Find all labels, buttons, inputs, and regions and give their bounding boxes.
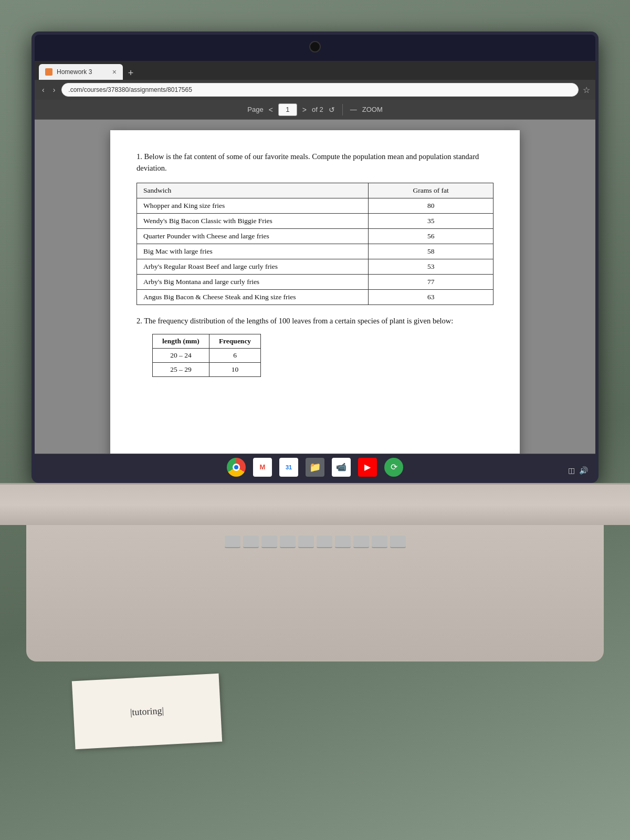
fat-grams: 77 xyxy=(369,274,494,289)
fat-table-row: Quarter Pounder with Cheese and large fr… xyxy=(137,228,494,244)
sandwich-name: Big Mac with large fries xyxy=(137,244,369,259)
fat-table-row: Wendy's Big Bacon Classic with Biggie Fr… xyxy=(137,213,494,228)
page-number-value: 1 xyxy=(286,106,289,113)
question-1-number: 1. xyxy=(136,152,142,161)
forward-button[interactable]: › xyxy=(51,85,58,95)
pdf-toolbar: Page < 1 > of 2 ↺ — ZOOM xyxy=(35,100,595,120)
frequency-value: 6 xyxy=(209,349,260,363)
sandwich-name: Whopper and King size fries xyxy=(137,198,369,213)
address-text: .com/courses/378380/assignments/8017565 xyxy=(68,86,192,93)
frequency-value: 10 xyxy=(209,363,260,377)
taskbar-youtube-icon[interactable]: ▶ xyxy=(358,458,377,477)
fat-table-row: Angus Big Bacon & Cheese Steak and King … xyxy=(137,289,494,304)
question-2-number: 2. xyxy=(136,317,142,325)
volume-icon: 🔊 xyxy=(579,466,588,475)
battery-icon: ◫ xyxy=(568,466,575,475)
sandwich-name: Angus Big Bacon & Cheese Steak and King … xyxy=(137,289,369,304)
fat-table-row: Arby's Regular Roast Beef and large curl… xyxy=(137,259,494,274)
refresh-button[interactable]: ↺ xyxy=(329,106,335,114)
freq-table-row: 25 – 29 10 xyxy=(153,363,261,377)
pdf-page: 1. Below is the fat content of some of o… xyxy=(110,130,520,454)
pdf-content: 1. Below is the fat content of some of o… xyxy=(35,120,595,454)
fat-table-col1-header: Sandwich xyxy=(137,183,369,198)
new-tab-button[interactable]: + xyxy=(123,66,139,80)
freq-table-col1-header: length (mm) xyxy=(153,334,209,349)
fat-grams: 56 xyxy=(369,228,494,244)
taskbar-meet-icon[interactable]: 📹 xyxy=(332,458,351,477)
page-next-button[interactable]: > xyxy=(302,106,307,114)
taskbar-chrome-icon[interactable] xyxy=(227,458,246,477)
tab-bar: Homework 3 × + xyxy=(35,61,595,80)
fat-table-row: Whopper and King size fries 80 xyxy=(137,198,494,213)
taskbar-green-icon[interactable]: ⟳ xyxy=(384,458,403,477)
page-number-input[interactable]: 1 xyxy=(278,103,297,116)
zoom-minus[interactable]: — xyxy=(350,106,357,113)
browser-chrome: Homework 3 × + ‹ › .com/courses/378380/a… xyxy=(35,61,595,120)
address-bar-row: ‹ › .com/courses/378380/assignments/8017… xyxy=(35,80,595,100)
question-2-body: The frequency distribution of the length… xyxy=(144,317,453,325)
question-2: 2. The frequency distribution of the len… xyxy=(136,316,494,377)
notepad: |tutoring| xyxy=(72,674,222,749)
notepad-text: |tutoring| xyxy=(130,705,164,718)
active-tab[interactable]: Homework 3 × xyxy=(39,64,123,80)
question-1-body: Below is the fat content of some of our … xyxy=(136,152,479,172)
fat-grams: 63 xyxy=(369,289,494,304)
freq-table-col2-header: Frequency xyxy=(209,334,260,349)
taskbar-files-icon[interactable]: 📁 xyxy=(306,458,324,477)
fat-grams: 80 xyxy=(369,198,494,213)
taskbar-gmail-icon[interactable]: M xyxy=(253,458,272,477)
back-button[interactable]: ‹ xyxy=(40,85,47,95)
taskbar: M 31 📁 📹 ▶ ⟳ ◫ 🔊 xyxy=(35,454,595,480)
page-label: Page xyxy=(247,106,263,113)
zoom-label: ZOOM xyxy=(362,106,383,113)
fat-table-row: Big Mac with large fries 58 xyxy=(137,244,494,259)
fat-grams: 58 xyxy=(369,244,494,259)
length-range: 25 – 29 xyxy=(153,363,209,377)
question-2-text: 2. The frequency distribution of the len… xyxy=(136,316,494,327)
sandwich-name: Arby's Big Montana and large curly fries xyxy=(137,274,369,289)
fat-table-col2-header: Grams of fat xyxy=(369,183,494,198)
keyboard-area xyxy=(26,525,604,662)
sandwich-name: Quarter Pounder with Cheese and large fr… xyxy=(137,228,369,244)
length-range: 20 – 24 xyxy=(153,349,209,363)
toolbar-separator xyxy=(342,104,343,116)
address-bar[interactable]: .com/courses/378380/assignments/8017565 xyxy=(61,83,579,97)
webcam xyxy=(309,41,321,52)
page-prev-button[interactable]: < xyxy=(269,106,273,114)
question-1-text: 1. Below is the fat content of some of o… xyxy=(136,151,494,174)
freq-table-row: 20 – 24 6 xyxy=(153,349,261,363)
sandwich-name: Arby's Regular Roast Beef and large curl… xyxy=(137,259,369,274)
bookmark-button[interactable]: ☆ xyxy=(583,85,590,95)
tab-close-button[interactable]: × xyxy=(112,68,117,76)
fat-table-row: Arby's Big Montana and large curly fries… xyxy=(137,274,494,289)
taskbar-calendar-icon[interactable]: 31 xyxy=(279,458,298,477)
frequency-table: length (mm) Frequency 20 – 24 6 25 – 29 … xyxy=(152,334,261,377)
sandwich-name: Wendy's Big Bacon Classic with Biggie Fr… xyxy=(137,213,369,228)
system-tray: ◫ 🔊 xyxy=(568,466,588,475)
tab-favicon xyxy=(45,68,52,76)
page-total: of 2 xyxy=(312,106,323,113)
fat-grams: 35 xyxy=(369,213,494,228)
fat-grams: 53 xyxy=(369,259,494,274)
fat-table: Sandwich Grams of fat Whopper and King s… xyxy=(136,183,494,305)
laptop-bezel-bottom: acer xyxy=(0,483,630,525)
tab-label: Homework 3 xyxy=(57,68,92,76)
question-1: 1. Below is the fat content of some of o… xyxy=(136,151,494,305)
laptop-screen: Homework 3 × + ‹ › .com/courses/378380/a… xyxy=(32,32,598,483)
